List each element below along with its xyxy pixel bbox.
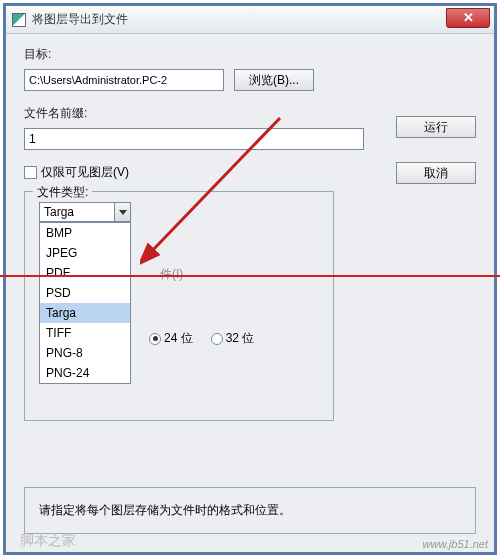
combo-selected: Targa bbox=[40, 205, 114, 219]
watermark-cn: 脚本之家 bbox=[20, 532, 76, 550]
radio-icon bbox=[149, 333, 161, 345]
radio-32bit[interactable]: 32 位 bbox=[211, 330, 255, 347]
help-text: 请指定将每个图层存储为文件时的格式和位置。 bbox=[24, 487, 476, 534]
app-icon bbox=[12, 13, 26, 27]
dropdown-item[interactable]: JPEG bbox=[40, 243, 130, 263]
dropdown-item[interactable]: BMP bbox=[40, 223, 130, 243]
cancel-button[interactable]: 取消 bbox=[396, 162, 476, 184]
bit-depth-radios: 24 位 32 位 bbox=[149, 330, 319, 347]
radio-icon bbox=[211, 333, 223, 345]
close-button[interactable]: ✕ bbox=[446, 8, 490, 28]
browse-button[interactable]: 浏览(B)... bbox=[234, 69, 314, 91]
target-label: 目标: bbox=[24, 46, 476, 63]
dropdown-item[interactable]: PNG-8 bbox=[40, 343, 130, 363]
filetype-combobox[interactable]: Targa BMP JPEG PDF PSD Targa TIFF PNG-8 … bbox=[39, 202, 131, 222]
visible-only-label: 仅限可见图层(V) bbox=[41, 164, 129, 181]
run-button[interactable]: 运行 bbox=[396, 116, 476, 138]
dialog-content: 目标: 浏览(B)... 运行 文件名前缀: 取消 仅限可见图层(V) 文件类型… bbox=[6, 34, 494, 552]
dropdown-item[interactable]: PDF bbox=[40, 263, 130, 283]
dropdown-item[interactable]: PNG-24 bbox=[40, 363, 130, 383]
radio-24-label: 24 位 bbox=[164, 330, 193, 347]
watermark: www.jb51.net bbox=[423, 538, 488, 550]
filetype-group-label: 文件类型: bbox=[33, 184, 92, 201]
annotation-redline bbox=[0, 275, 500, 277]
dialog-window: 将图层导出到文件 ✕ 目标: 浏览(B)... 运行 文件名前缀: 取消 仅限可… bbox=[3, 3, 497, 555]
target-path-input[interactable] bbox=[24, 69, 224, 91]
checkbox-icon bbox=[24, 166, 37, 179]
dropdown-item[interactable]: PSD bbox=[40, 283, 130, 303]
dropdown-item[interactable]: TIFF bbox=[40, 323, 130, 343]
radio-24bit[interactable]: 24 位 bbox=[149, 330, 193, 347]
titlebar: 将图层导出到文件 ✕ bbox=[6, 6, 494, 34]
radio-32-label: 32 位 bbox=[226, 330, 255, 347]
dropdown-item[interactable]: Targa bbox=[40, 303, 130, 323]
window-title: 将图层导出到文件 bbox=[32, 11, 446, 28]
filetype-group: 文件类型: Targa BMP JPEG PDF PSD Targa TIFF … bbox=[24, 191, 334, 421]
chevron-down-icon bbox=[114, 203, 130, 221]
filetype-dropdown: BMP JPEG PDF PSD Targa TIFF PNG-8 PNG-24 bbox=[39, 222, 131, 384]
filename-input[interactable] bbox=[24, 128, 364, 150]
